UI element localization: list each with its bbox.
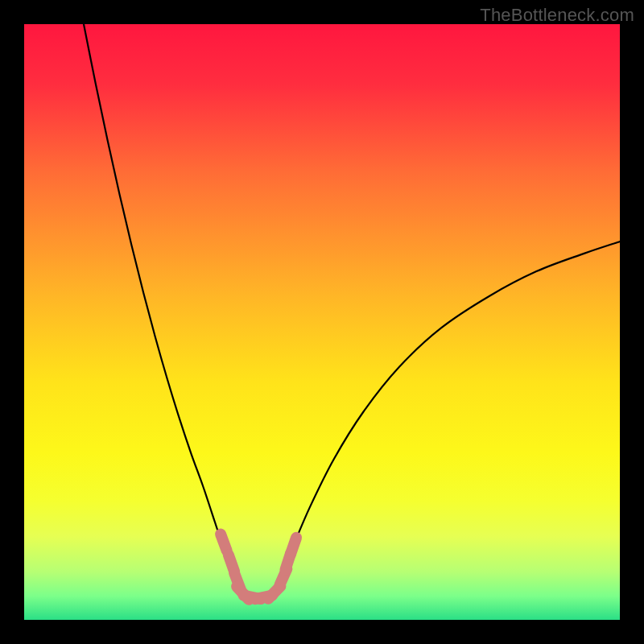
plot-area xyxy=(24,24,620,620)
data-marker xyxy=(291,538,296,555)
data-marker xyxy=(221,534,227,551)
bottleneck-chart xyxy=(24,24,620,620)
chart-frame: TheBottleneck.com xyxy=(0,0,644,644)
watermark-text: TheBottleneck.com xyxy=(480,5,634,26)
gradient-background xyxy=(24,24,620,620)
